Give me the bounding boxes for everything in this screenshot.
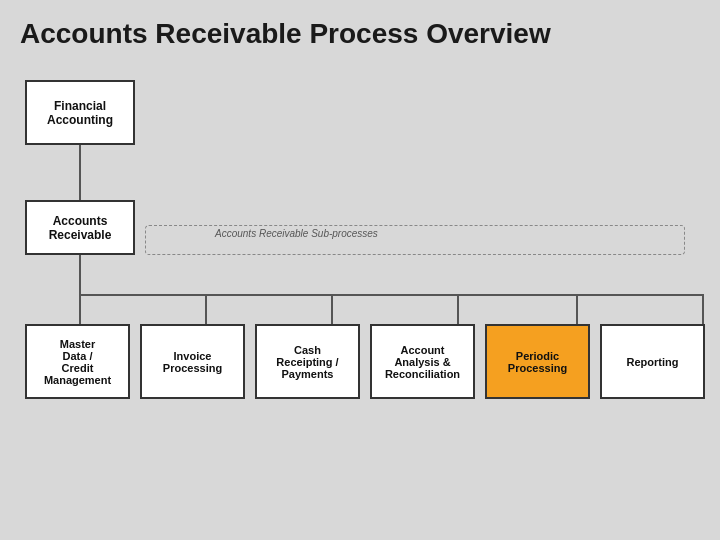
accounts-receivable-label: Accounts Receivable <box>27 214 133 242</box>
cash-receipting-label: CashReceipting /Payments <box>276 344 338 380</box>
box-periodic-processing: PeriodicProcessing <box>485 324 590 399</box>
periodic-processing-label: PeriodicProcessing <box>508 350 567 374</box>
drop-2 <box>205 294 207 324</box>
bottom-boxes: MasterData /CreditManagement InvoiceProc… <box>25 324 695 399</box>
box-account-analysis: AccountAnalysis &Reconciliation <box>370 324 475 399</box>
drop-5 <box>576 294 578 324</box>
financial-accounting-label: Financial Accounting <box>47 99 113 127</box>
box-accounts-receivable: Accounts Receivable <box>25 200 135 255</box>
invoice-processing-label: InvoiceProcessing <box>163 350 222 374</box>
master-data-label: MasterData /CreditManagement <box>44 338 111 386</box>
box-reporting: Reporting <box>600 324 705 399</box>
box-financial-accounting: Financial Accounting <box>25 80 135 145</box>
box-cash-receipting: CashReceipting /Payments <box>255 324 360 399</box>
drop-6 <box>702 294 704 324</box>
connector-v1 <box>79 145 81 200</box>
box-master-data: MasterData /CreditManagement <box>25 324 130 399</box>
connector-v2 <box>79 255 81 295</box>
account-analysis-label: AccountAnalysis &Reconciliation <box>385 344 460 380</box>
diagram-area: Financial Accounting Accounts Receivable… <box>15 70 705 520</box>
page: Accounts Receivable Process Overview Fin… <box>0 0 720 540</box>
connector-h <box>79 294 704 296</box>
reporting-label: Reporting <box>627 356 679 368</box>
annotation-text: Accounts Receivable Sub-processes <box>215 228 378 239</box>
drop-1 <box>79 294 81 324</box>
drop-3 <box>331 294 333 324</box>
drop-4 <box>457 294 459 324</box>
box-invoice-processing: InvoiceProcessing <box>140 324 245 399</box>
page-title: Accounts Receivable Process Overview <box>0 0 720 60</box>
